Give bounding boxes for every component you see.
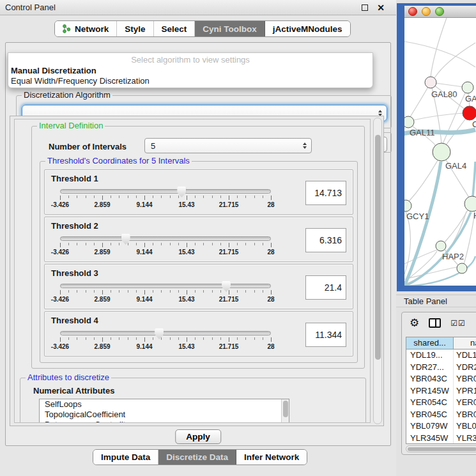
cell-shared-name[interactable]: YDR27... [406,362,454,374]
list-vertical-scrollbar[interactable] [281,399,289,423]
scrollbar-thumb[interactable] [408,447,476,451]
settings-vertical-scrollbar[interactable] [373,118,382,424]
network-node[interactable] [463,106,476,120]
tick-label: -3.426 [51,343,69,350]
cell-name[interactable]: YDR2 [454,362,476,374]
cell-name[interactable]: YPR1 [454,385,476,397]
group-title: Discretization Algorithm [22,91,112,100]
threshold-label: Threshold 1 [51,174,98,183]
zoom-traffic-light-icon[interactable] [435,7,444,16]
cell-name[interactable]: YBR0 [454,373,476,385]
network-node[interactable] [464,196,476,211]
cell-name[interactable]: YBL0 [454,420,476,433]
cell-shared-name[interactable]: YLR345W [406,433,454,445]
slider-track[interactable] [60,284,271,288]
network-node[interactable] [433,143,450,161]
network-node[interactable] [425,77,436,88]
table-horizontal-scrollbar[interactable] [406,445,476,452]
threshold-value-field[interactable]: 14.713 [305,181,346,205]
column-header-name[interactable]: name [454,337,476,349]
cell-name[interactable]: YDL1 [454,349,476,362]
attribute-list-item[interactable]: SelfLoops [40,399,289,410]
slider-track[interactable] [60,236,271,241]
threshold-slider: -3.4262.8599.14415.4321.71528 [60,284,271,303]
slider-track[interactable] [60,189,271,194]
cell-shared-name[interactable]: YBR043C [406,373,454,385]
scrollbar-thumb[interactable] [283,401,288,417]
apply-button[interactable]: Apply [175,429,221,444]
group-title: Attributes to discretize [26,373,111,382]
cell-shared-name[interactable]: YDL19... [406,349,454,362]
tab-label: Network [75,24,109,34]
tab-style[interactable]: Style [117,21,153,36]
threshold-value-field[interactable]: 6.316 [305,228,346,252]
network-node[interactable] [457,263,467,273]
top-tab-bar: Network Style Select Cyni Toolbox jActiv… [54,20,351,37]
table-header-row: shared... name [406,337,476,349]
tick-label: 21.715 [219,249,239,256]
slider-scale-labels: -3.4262.8599.14415.4321.71528 [60,249,271,256]
network-window-titlebar[interactable] [404,6,476,18]
tab-jactivemnodules[interactable]: jActiveMNodules [265,21,350,36]
tab-select[interactable]: Select [154,21,196,36]
network-node[interactable] [462,82,473,93]
network-node[interactable] [404,116,414,128]
tick-label: 9.144 [136,343,152,350]
tick-label: 28 [267,296,274,303]
tab-impute-data[interactable]: Impute Data [93,450,158,464]
tab-network[interactable]: Network [55,21,117,36]
network-view-window[interactable]: GAL80GACGAL11GAL4GCY1HHAP2 [397,3,476,291]
table-row[interactable]: YLR345WYLR3 [406,433,476,445]
table-row[interactable]: YER054CYER0 [406,397,476,409]
split-columns-icon[interactable] [429,318,441,328]
close-icon[interactable]: ✕ [377,3,385,13]
threshold-value: 14.713 [306,181,346,204]
table-panel-window: ⚙ ☑☑ shared... name YDL19...YDL1YDR27...… [401,312,476,455]
cell-name[interactable]: YER0 [454,397,476,409]
column-header-shared[interactable]: shared... [406,337,454,349]
network-node[interactable] [404,200,411,211]
tick-label: -3.426 [51,201,69,208]
table-row[interactable]: YBR043CYBR0 [406,373,476,385]
float-window-icon[interactable] [362,4,368,11]
tab-infer-network[interactable]: Infer Network [236,450,307,464]
close-traffic-light-icon[interactable] [408,7,417,16]
settings-scrollpane: Interval Definition Number of Intervals … [10,116,384,426]
tab-discretize-data[interactable]: Discretize Data [158,450,236,464]
minimize-traffic-light-icon[interactable] [422,7,431,16]
numerical-attributes-list[interactable]: SelfLoopsTopologicalCoefficientBetweenne… [39,399,289,423]
table-row[interactable]: YBR045CYBR0 [406,409,476,421]
number-of-intervals-label: Number of Intervals [49,142,127,151]
network-canvas[interactable]: GAL80GACGAL11GAL4GCY1HHAP2 [404,18,476,286]
popup-option-equal-width-frequency[interactable]: Equal Width/Frequency Discretization [11,76,370,86]
tick-label: 21.715 [219,296,239,303]
slider-track[interactable] [60,331,271,335]
cell-shared-name[interactable]: YER054C [406,397,454,409]
cell-name[interactable]: YLR3 [454,433,476,445]
threshold-value-field[interactable]: 21.4 [305,275,346,300]
table-row[interactable]: YDR27...YDR2 [406,362,476,374]
cell-name[interactable]: YBR0 [454,409,476,421]
table-row[interactable]: YBL079WYBL0 [406,420,476,433]
threshold-row: Threshold 3 -3.4262.8599.14415.4321.7152… [44,264,353,309]
tab-cyni-toolbox[interactable]: Cyni Toolbox [195,21,265,36]
network-node[interactable] [436,241,446,251]
select-columns-icon[interactable]: ☑☑ [450,319,466,328]
table-row[interactable]: YPR145WYPR1 [406,385,476,397]
popup-option-manual-discretization[interactable]: Manual Discretization [11,66,370,76]
cell-shared-name[interactable]: YBL079W [406,420,454,433]
cell-shared-name[interactable]: YBR045C [406,409,454,421]
scrollbar-thumb[interactable] [375,135,381,360]
tick-label: 21.715 [219,343,239,350]
cell-shared-name[interactable]: YPR145W [406,385,454,397]
threshold-label: Threshold 2 [51,221,98,231]
threshold-value-field[interactable]: 11.344 [305,323,346,347]
attribute-list-item[interactable]: BetweennessCentrality [40,420,289,423]
combo-spinner-icon [303,142,307,149]
combo-value: 5 [151,141,155,151]
table-toolbar: ⚙ ☑☑ [410,318,466,328]
number-of-intervals-combobox[interactable]: 5 [144,138,312,153]
table-row[interactable]: YDL19...YDL1 [406,349,476,362]
attribute-list-item[interactable]: TopologicalCoefficient [40,410,289,420]
gear-icon[interactable]: ⚙ [410,318,419,328]
